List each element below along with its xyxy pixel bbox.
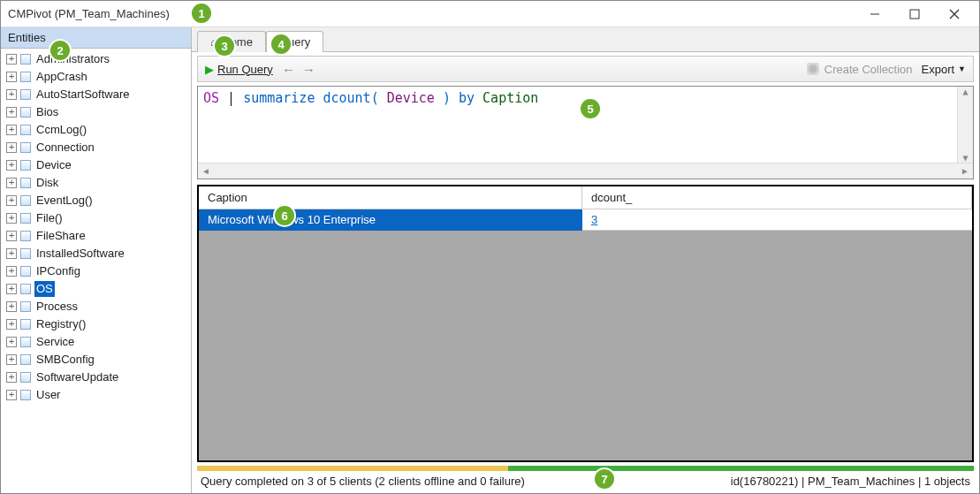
export-button[interactable]: Export ▼ xyxy=(922,63,967,76)
expand-icon[interactable]: + xyxy=(6,107,17,118)
status-text-right: id(16780221) | PM_Team_Machines | 1 obje… xyxy=(731,475,970,488)
entity-item-device[interactable]: +Device xyxy=(1,156,191,174)
entity-label: File() xyxy=(34,210,65,226)
entity-icon xyxy=(20,54,31,65)
entity-label: User xyxy=(34,387,62,403)
maximize-button[interactable] xyxy=(894,1,934,27)
entity-icon xyxy=(20,195,31,206)
entity-item-ccmlog[interactable]: +CcmLog() xyxy=(1,121,191,139)
results-grid: Caption dcount_ Microsoft Windows 10 Ent… xyxy=(197,185,974,462)
entity-item-eventlog[interactable]: +EventLog() xyxy=(1,192,191,209)
entity-label: CcmLog() xyxy=(34,122,88,138)
entity-icon xyxy=(20,266,31,277)
expand-icon[interactable]: + xyxy=(6,372,17,383)
entity-label: SoftwareUpdate xyxy=(34,369,120,385)
forward-button[interactable]: → xyxy=(302,62,315,77)
entity-item-fileshare[interactable]: +FileShare xyxy=(1,227,191,245)
entity-item-file[interactable]: +File() xyxy=(1,209,191,227)
entity-label: EventLog() xyxy=(34,193,95,209)
back-button[interactable]: ← xyxy=(282,62,295,77)
query-editor[interactable]: OS | summarize dcount( Device ) by Capti… xyxy=(198,87,973,163)
entity-item-autostartsoftware[interactable]: +AutoStartSoftware xyxy=(1,86,191,103)
entity-label: Service xyxy=(34,334,76,350)
entity-item-ipconfig[interactable]: +IPConfig xyxy=(1,262,191,280)
entity-item-registry[interactable]: +Registry() xyxy=(1,315,191,333)
editor-horizontal-scrollbar[interactable]: ◄► xyxy=(198,163,973,179)
entity-item-user[interactable]: +User xyxy=(1,386,191,404)
minimize-button[interactable] xyxy=(855,1,894,27)
chevron-down-icon: ▼ xyxy=(958,65,966,73)
entity-label: AutoStartSoftware xyxy=(34,87,132,103)
entity-icon xyxy=(20,248,31,259)
tabstrip: ⌂ Home Query xyxy=(192,27,979,52)
expand-icon[interactable]: + xyxy=(6,301,17,312)
status-bar: Query completed on 3 of 5 clients (2 cli… xyxy=(192,471,979,493)
column-header-dcount[interactable]: dcount_ xyxy=(582,186,972,209)
expand-icon[interactable]: + xyxy=(6,54,17,65)
entity-item-os[interactable]: +OS xyxy=(1,280,191,298)
expand-icon[interactable]: + xyxy=(6,178,17,188)
expand-icon[interactable]: + xyxy=(6,89,17,100)
expand-icon[interactable]: + xyxy=(6,248,17,259)
entity-label: InstalledSoftware xyxy=(34,246,126,262)
status-text-left: Query completed on 3 of 5 clients (2 cli… xyxy=(201,475,525,488)
entity-item-smbconfig[interactable]: +SMBConfig xyxy=(1,351,191,369)
query-token-by: by xyxy=(451,90,482,106)
run-query-button[interactable]: ▶ Run Query xyxy=(205,63,273,76)
create-collection-button[interactable]: Create Collection xyxy=(807,63,913,76)
table-row[interactable]: Microsoft Windows 10 Enterprise 3 xyxy=(199,209,972,231)
expand-icon[interactable]: + xyxy=(6,142,17,153)
entity-item-service[interactable]: +Service xyxy=(1,333,191,351)
entity-item-installedsoftware[interactable]: +InstalledSoftware xyxy=(1,245,191,262)
entity-label: OS xyxy=(34,281,55,297)
entity-label: Connection xyxy=(34,140,96,156)
expand-icon[interactable]: + xyxy=(6,160,17,171)
expand-icon[interactable]: + xyxy=(6,231,17,241)
annotation-callout-4: 4 xyxy=(271,34,291,54)
expand-icon[interactable]: + xyxy=(6,72,17,82)
entity-icon xyxy=(20,372,31,383)
entity-icon xyxy=(20,301,31,312)
entity-icon xyxy=(20,107,31,118)
titlebar: CMPivot (PM_Team_Machines) xyxy=(1,1,979,27)
entity-item-appcrash[interactable]: +AppCrash xyxy=(1,68,191,86)
expand-icon[interactable]: + xyxy=(6,390,17,400)
entity-item-process[interactable]: +Process xyxy=(1,298,191,315)
entity-item-bios[interactable]: +Bios xyxy=(1,103,191,121)
editor-vertical-scrollbar[interactable]: ▲▼ xyxy=(957,87,973,163)
entity-icon xyxy=(20,125,31,135)
expand-icon[interactable]: + xyxy=(6,213,17,224)
window-title: CMPivot (PM_Team_Machines) xyxy=(8,7,170,20)
expand-icon[interactable]: + xyxy=(6,337,17,347)
expand-icon[interactable]: + xyxy=(6,354,17,365)
entity-icon xyxy=(20,390,31,400)
entity-icon xyxy=(20,231,31,241)
expand-icon[interactable]: + xyxy=(6,125,17,135)
annotation-callout-5: 5 xyxy=(581,99,600,118)
entity-item-connection[interactable]: +Connection xyxy=(1,139,191,156)
entity-icon xyxy=(20,142,31,153)
annotation-callout-2: 2 xyxy=(50,41,70,60)
entity-item-softwareupdate[interactable]: +SoftwareUpdate xyxy=(1,369,191,386)
cell-dcount-link[interactable]: 3 xyxy=(582,209,972,231)
entity-label: FileShare xyxy=(34,228,87,244)
expand-icon[interactable]: + xyxy=(6,319,17,330)
entity-icon xyxy=(20,284,31,294)
results-empty-area xyxy=(199,231,972,460)
entity-item-disk[interactable]: +Disk xyxy=(1,174,191,192)
expand-icon[interactable]: + xyxy=(6,284,17,294)
close-button[interactable] xyxy=(934,1,974,27)
expand-icon[interactable]: + xyxy=(6,266,17,277)
annotation-callout-3: 3 xyxy=(215,36,234,56)
query-toolbar: ▶ Run Query ← → Create Collection Export… xyxy=(197,56,974,82)
entity-icon xyxy=(20,89,31,100)
query-token-column: Device xyxy=(387,90,435,106)
query-token-entity: OS xyxy=(203,90,219,106)
expand-icon[interactable]: + xyxy=(6,195,17,206)
svg-rect-1 xyxy=(910,10,919,19)
column-header-caption[interactable]: Caption xyxy=(199,186,582,209)
entity-label: Registry() xyxy=(34,316,87,332)
results-header-row: Caption dcount_ xyxy=(199,186,972,209)
entity-item-administrators[interactable]: +Administrators xyxy=(1,50,191,68)
collection-icon xyxy=(807,63,819,75)
